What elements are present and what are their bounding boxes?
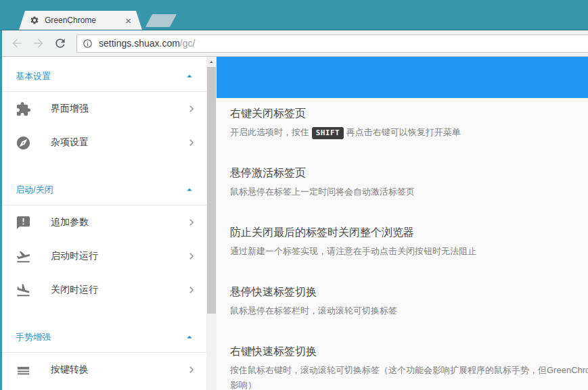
sidebar-item-label: 启动时运行: [51, 250, 185, 262]
settings-content: 右键关闭标签页 开启此选项时，按住 SHIFT 再点击右键可以恢复打开菜单 悬停…: [217, 57, 588, 390]
scrollbar-up-button[interactable]: [206, 57, 217, 67]
collapse-up-icon: [183, 70, 196, 82]
setting-title: 悬停快速标签切换: [230, 285, 588, 299]
setting-description: 鼠标悬停在标签栏时，滚动滚轮可切换标签: [230, 303, 588, 318]
flight-land-icon: [16, 283, 31, 298]
url-host: settings.shuax.com: [99, 38, 180, 49]
setting-item-hover-activate-tab[interactable]: 悬停激活标签页 鼠标悬停在标签上一定时间将会自动激活标签页: [230, 166, 588, 212]
setting-description: 按住鼠标右键时，滚动滚轮可切换标签（这个功能会影响扩展程序的鼠标手势，但Gree…: [230, 363, 588, 390]
scrollbar-thumb[interactable]: [207, 67, 216, 314]
sidebar-scrollbar[interactable]: [206, 57, 217, 390]
setting-title: 右键快速标签切换: [230, 344, 588, 359]
setting-description: 开启此选项时，按住 SHIFT 再点击右键可以恢复打开菜单: [230, 125, 588, 141]
sidebar-item-interface-enhancement[interactable]: 界面增强: [2, 92, 206, 126]
sidebar-item-label: 界面增强: [51, 103, 185, 115]
reorder-icon: [16, 362, 31, 378]
announcement-icon: [16, 215, 31, 230]
setting-description: 通过新建一个标签实现，请注意在手动点击关闭按钮时无法阻止: [230, 244, 588, 259]
url-path: /gc/: [180, 38, 196, 49]
sidebar-item-run-on-startup[interactable]: 启动时运行: [2, 239, 206, 273]
sidebar-item-append-params[interactable]: 追加参数: [2, 205, 206, 239]
flight-takeoff-icon: [16, 249, 31, 264]
sidebar-group-header-gesture-enhancement[interactable]: 手势增强: [2, 318, 206, 353]
settings-sidebar: 基本设置 界面增强 杂项设置: [2, 57, 206, 390]
chevron-right-icon: [185, 249, 198, 263]
browser-toolbar: settings.shuax.com/gc/: [2, 30, 588, 57]
sidebar-item-misc-settings[interactable]: 杂项设置: [2, 126, 206, 160]
setting-title: 右键关闭标签页: [230, 106, 588, 121]
chevron-right-icon: [185, 283, 198, 297]
desc-text: 开启此选项时，按住: [230, 127, 312, 137]
chevron-right-icon: [185, 102, 198, 116]
page-info-icon[interactable]: [83, 39, 93, 49]
chevron-right-icon: [185, 363, 198, 376]
sidebar-item-label: 追加参数: [51, 216, 185, 228]
collapse-up-icon: [183, 331, 196, 343]
setting-description: 鼠标悬停在标签上一定时间将会自动激活标签页: [230, 185, 588, 199]
group-label: 启动/关闭: [16, 184, 53, 196]
browser-titlebar: GreenChrome ×: [0, 0, 588, 30]
scroll-up-icon: [208, 58, 215, 66]
setting-title: 防止关闭最后的标签时关闭整个浏览器: [230, 225, 588, 240]
chevron-right-icon: [185, 136, 198, 149]
shift-key-badge: SHIFT: [312, 127, 344, 139]
sidebar-item-run-on-close[interactable]: 关闭时运行: [2, 273, 206, 307]
forward-icon[interactable]: [32, 36, 45, 50]
sidebar-group-basic-settings: 基本设置 界面增强 杂项设置: [2, 57, 206, 160]
sidebar-group-gesture-enhancement: 手势增强 按键转换: [2, 318, 206, 387]
sidebar-group-header-basic-settings[interactable]: 基本设置: [2, 57, 206, 92]
setting-item-right-click-quick-tab-switch[interactable]: 右键快速标签切换 按住鼠标右键时，滚动滚轮可切换标签（这个功能会影响扩展程序的鼠…: [230, 344, 588, 390]
collapse-up-icon: [183, 184, 196, 196]
setting-item-right-click-close-tab[interactable]: 右键关闭标签页 开启此选项时，按住 SHIFT 再点击右键可以恢复打开菜单: [230, 106, 588, 152]
reload-icon[interactable]: [53, 36, 67, 50]
setting-item-prevent-close-last-tab[interactable]: 防止关闭最后的标签时关闭整个浏览器 通过新建一个标签实现，请注意在手动点击关闭按…: [230, 225, 588, 271]
group-label: 手势增强: [16, 331, 51, 343]
sidebar-item-label: 关闭时运行: [51, 284, 185, 296]
sidebar-item-key-conversion[interactable]: 按键转换: [2, 353, 206, 387]
setting-item-hover-quick-tab-switch[interactable]: 悬停快速标签切换 鼠标悬停在标签栏时，滚动滚轮可切换标签: [230, 285, 588, 331]
sidebar-item-label: 杂项设置: [51, 137, 185, 149]
desc-text: 再点击右键可以恢复打开菜单: [344, 127, 461, 137]
puzzle-icon: [16, 101, 31, 117]
setting-title: 悬停激活标签页: [230, 166, 588, 180]
tab-close-icon[interactable]: ×: [124, 16, 133, 26]
compass-icon: [16, 135, 31, 151]
gear-favicon-icon: [30, 16, 39, 25]
content-header-band: [217, 57, 588, 98]
browser-tab[interactable]: GreenChrome ×: [19, 11, 142, 30]
chevron-right-icon: [185, 216, 198, 229]
tab-title: GreenChrome: [45, 16, 124, 25]
back-icon[interactable]: [10, 36, 24, 50]
new-tab-button[interactable]: [145, 14, 177, 27]
sidebar-group-header-startup-shutdown[interactable]: 启动/关闭: [2, 170, 206, 205]
sidebar-item-label: 按键转换: [51, 364, 185, 376]
group-label: 基本设置: [16, 70, 51, 82]
sidebar-group-startup-shutdown: 启动/关闭 追加参数 启动时运行: [2, 170, 206, 307]
address-bar[interactable]: settings.shuax.com/gc/: [76, 34, 588, 53]
